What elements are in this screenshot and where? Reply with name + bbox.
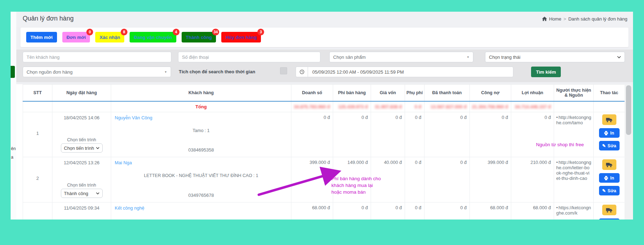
chevron-down-icon [96,192,99,194]
orders-table-card: STT Ngày đặt hàng Khách hàng Doanh số Ph… [16,84,633,220]
total-paid: 13.567.827.000 đ [431,104,467,109]
cell-paid: 0 đ [424,157,470,203]
col-selling-fee: Phí bán hàng [333,85,371,101]
search-button[interactable]: Tìm kiếm [531,67,561,77]
success-orders-button[interactable]: Thành công 34 [182,32,216,42]
shipping-button[interactable] [602,159,616,170]
cell-revenue: 68.000 đ [291,203,333,220]
customer-phone: 0349765678 [115,193,287,198]
shipping-orders-button[interactable]: Đang vận chuyển 4 [130,32,176,42]
page-title: Quản lý đơn hàng [23,15,74,22]
col-revenue: Doanh số [291,85,333,101]
new-orders-badge: 0 [86,29,93,35]
status-buttons-row: Thêm mới Đơn mới 0 Xác nhận 8 Đang vận c… [26,32,261,42]
cell-paid: 0 đ [424,112,470,157]
col-profit: Lợi nhuận [511,85,554,101]
col-surcharge: Phụ phí [405,85,424,101]
col-paid: Đã thanh toán [424,85,470,101]
time-search-label: Tích chọn để search theo thời gian [179,69,255,74]
col-order-date: Ngày đặt hàng [52,85,111,101]
progress-select[interactable]: Thành công [61,189,103,198]
col-debt: Công nợ [470,85,511,101]
shipping-orders-badge: 4 [173,29,179,35]
order-date: 12/04/2025 13:26 [64,160,99,165]
total-profit: 34.714.446.157 đ [515,104,551,109]
total-debt: 21.304.756.960 đ [472,104,508,109]
main-window: Quản lý đơn hàng Home > Danh sách quản l… [16,12,633,220]
customer-link[interactable]: Nguyễn Văn Công [115,115,152,120]
print-button[interactable]: In [599,173,620,183]
total-revenue: 34.875.783.960 đ [294,104,330,109]
time-search-checkbox[interactable] [280,67,287,74]
customer-link[interactable]: Mai Nga [115,160,132,165]
order-source-select[interactable]: Chọn nguồn đơn hàng ▼ [23,67,171,77]
chevron-down-icon [96,147,99,149]
col-actions: Thao tác [594,85,625,101]
bullet-icon: • [556,115,558,120]
source-url[interactable]: https://ketcongnghe.com/k [556,205,591,216]
order-product: LETTER BOOK - NGHỆ THUẬT VIẾT THƯ ĐÌNH C… [115,173,287,178]
new-orders-button[interactable]: Đơn mới 0 [62,32,90,42]
customer-phone: 0384695358 [115,147,287,153]
customer-name-input[interactable] [23,52,171,62]
col-customer: Khách hàng [111,85,291,101]
date-range-input[interactable] [308,67,513,77]
breadcrumb-current: Danh sách quản lý đơn hàng [568,16,627,22]
print-label: In [610,131,614,136]
edit-label: Sửa [608,143,616,148]
success-orders-label: Thành công [186,35,212,40]
cell-debt: 0 đ [470,112,511,157]
chevron-down-icon [617,56,621,58]
col-stt: STT [23,85,52,101]
annotation-shop-free: Nguồn từ shop thì free [529,142,591,147]
cancelled-orders-button[interactable]: Hủy đơn hàng 3 [221,32,261,42]
edge-text-fragment: a [11,155,16,160]
print-label: In [610,176,614,181]
edit-button[interactable]: ✎ Sửa [599,141,620,150]
confirm-orders-button[interactable]: Xác nhận 8 [95,32,124,42]
truck-icon [606,162,612,167]
printer-icon [604,176,608,180]
scrollbar-thumb[interactable] [626,85,631,135]
shipping-button[interactable] [602,114,616,125]
cell-paid: 0 đ [424,203,470,220]
annotation-line: hoặc moma bán [331,189,395,195]
bullet-icon: • [556,160,558,165]
table-row: 2 12/04/2025 13:26 Chọn tiến trình Thành… [23,157,625,203]
truck-icon [606,207,612,213]
breadcrumb-home[interactable]: Home [549,16,562,22]
progress-select[interactable]: Chọn tiến trình [61,143,103,153]
shipping-orders-label: Đang vận chuyển [134,35,172,40]
date-range-group [296,67,513,77]
table-header-row: STT Ngày đặt hàng Khách hàng Doanh số Ph… [23,85,625,101]
product-select[interactable]: Chọn sản phẩm ▼ [329,52,473,62]
status-select[interactable]: Chọn trạng thái [485,52,625,62]
cancelled-orders-label: Hủy đơn hàng [226,35,257,40]
edit-label: Sửa [608,188,616,193]
row-stt: 2 [23,157,52,203]
add-new-button[interactable]: Thêm mới [26,32,57,42]
print-button[interactable]: In [599,218,620,220]
page-header: Quản lý đơn hàng Home > Danh sách quản l… [16,12,633,27]
order-source-value: Chọn nguồn đơn hàng [27,69,73,75]
cell-revenue: 0 đ [291,112,333,157]
success-orders-badge: 34 [212,29,219,35]
edge-text-fragment: ên [11,146,16,152]
print-button[interactable]: In [599,128,620,138]
product-select-value: Chọn sản phẩm [333,55,366,60]
chevron-down-icon: ▼ [467,56,469,59]
cell-debt: 399.000 đ [470,157,511,203]
shipping-button[interactable] [602,205,616,215]
edit-button[interactable]: ✎ Sửa [599,186,620,195]
cell-revenue: 399.000 đ [291,157,333,203]
vertical-scrollbar[interactable] [625,84,633,220]
status-select-value: Chọn trạng thái [489,55,520,60]
source-url[interactable]: http://ketcongnghe.com/letter-book-nghe-… [556,160,591,181]
source-url-cell: •https://ketcongnghe.com/k [554,203,594,220]
source-url[interactable]: http://ketcongnghe.com/tamo [556,115,591,125]
phone-input[interactable] [178,52,320,62]
order-date: 18/04/2025 14:06 [64,115,99,120]
customer-link[interactable]: Kết công nghệ [115,205,144,211]
cell-cost: 0 đ [371,203,405,220]
cell-profit: 0 đ [511,112,554,157]
